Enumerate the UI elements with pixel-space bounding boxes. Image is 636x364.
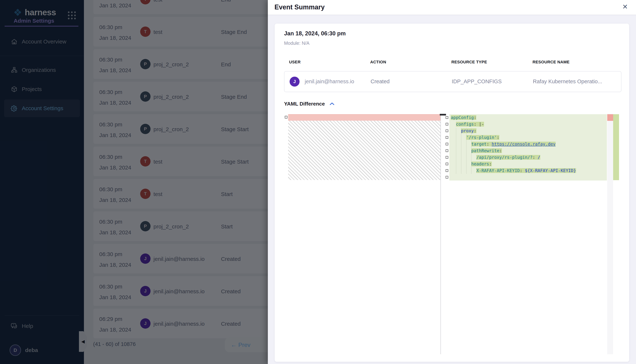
diff-line-marker bbox=[446, 150, 448, 152]
removed-line-bar bbox=[288, 114, 441, 121]
row-action: Created bbox=[371, 78, 389, 84]
added-text-highlight: pathRewrite: bbox=[471, 148, 502, 153]
yaml-code-line: target: https://console.rafay.dev bbox=[449, 141, 607, 147]
diff-line-marker bbox=[446, 169, 448, 172]
yaml-token: : bbox=[499, 148, 502, 153]
diff-line-marker bbox=[446, 123, 448, 126]
event-datetime: Jan 18, 2024, 06:30 pm bbox=[284, 30, 346, 37]
column-header-resource-name: RESOURCE NAME bbox=[533, 60, 570, 64]
added-text-highlight: X-RAFAY-API-KEYID: ${X-RAFAY-API-KEYID} bbox=[476, 168, 576, 173]
overview-scroll-track[interactable] bbox=[607, 114, 613, 354]
scrollbar-thumb[interactable] bbox=[440, 114, 446, 116]
yaml-code-line bbox=[449, 174, 607, 180]
yaml-diff-editor[interactable]: appConfig: configs: |- proxy: '/rs-plugi… bbox=[284, 114, 620, 354]
yaml-token: : bbox=[474, 115, 477, 120]
yaml-token: : bbox=[520, 168, 525, 173]
yaml-token: /api/proxy/rs-plugin/? bbox=[476, 155, 533, 160]
yaml-difference-label: YAML Difference bbox=[284, 101, 325, 107]
yaml-token: https://console.rafay.dev bbox=[492, 142, 556, 146]
diff-line-marker bbox=[285, 116, 287, 118]
user-avatar: J bbox=[290, 77, 300, 86]
diff-line-marker bbox=[446, 156, 448, 158]
diff-line-marker bbox=[446, 130, 448, 132]
column-header-resource-type: RESOURCE TYPE bbox=[451, 60, 487, 64]
yaml-token: appConfig bbox=[451, 115, 474, 120]
chevron-up-icon[interactable] bbox=[330, 102, 334, 106]
yaml-token: ${X-RAFAY-API-KEYID} bbox=[525, 168, 576, 173]
modal-title: Event Summary bbox=[275, 3, 325, 11]
yaml-token: : bbox=[489, 162, 492, 166]
added-text-highlight: appConfig: bbox=[451, 115, 476, 120]
yaml-token: headers bbox=[471, 162, 489, 166]
event-module: Module: N/A bbox=[284, 40, 310, 46]
yaml-token: '/rs-plugin' bbox=[466, 135, 497, 140]
yaml-code-line: proxy: bbox=[449, 128, 607, 134]
close-icon[interactable]: ✕ bbox=[622, 3, 628, 11]
yaml-token: / bbox=[538, 155, 540, 160]
row-resource-type: IDP_APP_CONFIGS bbox=[452, 78, 502, 84]
column-header-action: ACTION bbox=[370, 60, 386, 64]
yaml-token: proxy bbox=[461, 128, 474, 133]
row-user: jenil.jain@harness.io bbox=[305, 78, 354, 84]
diff-line-marker bbox=[446, 143, 448, 145]
empty-region-hatch bbox=[288, 121, 441, 180]
diff-pane-before bbox=[284, 114, 441, 354]
modal-header: Event Summary ✕ bbox=[268, 0, 636, 15]
event-summary-card: Jan 18, 2024, 06:30 pm Module: N/A USERA… bbox=[275, 24, 629, 362]
summary-table-row: J jenil.jain@harness.io Created IDP_APP_… bbox=[284, 71, 621, 92]
yaml-token: : bbox=[497, 135, 499, 140]
added-text-highlight: '/rs-plugin': bbox=[466, 135, 499, 140]
yaml-token: target bbox=[471, 142, 487, 146]
yaml-code-block: appConfig: configs: |- proxy: '/rs-plugi… bbox=[449, 114, 607, 180]
added-region-ruler bbox=[613, 114, 619, 180]
yaml-token: : bbox=[474, 122, 479, 126]
row-resource-name: Rafay Kubernetes Operatio... bbox=[533, 78, 602, 84]
summary-table-header: USERACTIONRESOURCE TYPERESOURCE NAME bbox=[275, 60, 629, 65]
added-text-highlight: /api/proxy/rs-plugin/?: / bbox=[476, 155, 540, 160]
removed-region-marker bbox=[607, 114, 613, 121]
diff-pane-after: appConfig: configs: |- proxy: '/rs-plugi… bbox=[441, 114, 620, 354]
yaml-code-line: appConfig: bbox=[449, 114, 607, 121]
yaml-code-line: configs: |- bbox=[449, 121, 607, 128]
added-text-highlight: configs: |- bbox=[456, 122, 484, 126]
column-header-user: USER bbox=[289, 60, 301, 64]
yaml-token: |- bbox=[479, 122, 484, 126]
yaml-code-line: '/rs-plugin': bbox=[449, 134, 607, 141]
yaml-token: pathRewrite bbox=[471, 148, 499, 153]
added-text-highlight: target: https://console.rafay.dev bbox=[471, 142, 556, 146]
yaml-code-line: headers: bbox=[449, 161, 607, 167]
added-text-highlight: proxy: bbox=[461, 128, 476, 133]
diff-line-marker bbox=[446, 136, 448, 139]
yaml-token: : bbox=[487, 142, 492, 146]
event-summary-modal: Event Summary ✕ Jan 18, 2024, 06:30 pm M… bbox=[268, 0, 636, 364]
modal-body: Jan 18, 2024, 06:30 pm Module: N/A USERA… bbox=[268, 15, 636, 364]
yaml-token: : bbox=[533, 155, 538, 160]
yaml-code-line: /api/proxy/rs-plugin/?: / bbox=[449, 154, 607, 161]
added-text-highlight: headers: bbox=[471, 162, 492, 166]
diff-line-marker bbox=[446, 176, 448, 178]
yaml-token: configs bbox=[456, 122, 474, 126]
yaml-token: : bbox=[474, 128, 477, 133]
yaml-token: X-RAFAY-API-KEYID bbox=[476, 168, 520, 173]
yaml-code-line: X-RAFAY-API-KEYID: ${X-RAFAY-API-KEYID} bbox=[449, 167, 607, 174]
yaml-code-line: pathRewrite: bbox=[449, 147, 607, 154]
diff-line-marker bbox=[446, 116, 448, 119]
diff-line-marker bbox=[446, 163, 448, 165]
